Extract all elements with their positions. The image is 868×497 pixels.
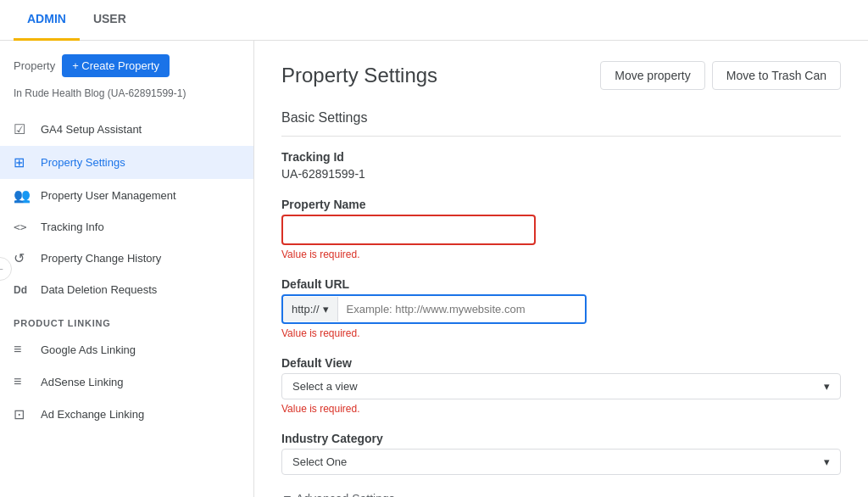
tracking-id-value: UA-62891599-1 — [281, 167, 841, 181]
top-navigation: ADMIN USER — [0, 0, 868, 41]
adsense-icon: ≡ — [14, 374, 31, 389]
industry-category-field: Industry Category Select One ▾ — [281, 432, 841, 475]
url-field-wrapper: http:// ▾ — [281, 294, 587, 324]
sidebar-item-tracking-info-label: Tracking Info — [41, 221, 104, 233]
select-one-dropdown[interactable]: Select One ▾ — [281, 449, 841, 475]
sidebar-item-change-history-label: Property Change History — [41, 252, 161, 265]
sidebar-item-adsense-label: AdSense Linking — [41, 376, 124, 388]
sidebar-item-user-management[interactable]: 👥 Property User Management — [0, 179, 253, 212]
property-name-label: Property Name — [281, 198, 841, 211]
url-protocol-value: http:// — [292, 303, 320, 316]
select-view-value: Select a view — [292, 380, 358, 393]
sidebar: ← Property + Create Property In Rude Hea… — [0, 41, 254, 497]
sidebar-property-header: Property + Create Property — [0, 54, 253, 87]
data-deletion-icon: Dd — [14, 284, 31, 296]
property-name-field: Property Name Value is required. — [281, 198, 841, 260]
move-to-trash-button[interactable]: Move to Trash Can — [712, 61, 841, 90]
select-one-value: Select One — [292, 455, 347, 468]
page-title: Property Settings — [281, 64, 437, 87]
default-url-input[interactable] — [338, 296, 585, 322]
default-url-field: Default URL http:// ▾ Value is required. — [281, 277, 841, 339]
default-url-error: Value is required. — [281, 327, 841, 339]
select-one-chevron-icon: ▾ — [824, 455, 830, 468]
tracking-info-icon: <> — [14, 221, 31, 233]
property-settings-icon: ⊞ — [14, 154, 31, 170]
sidebar-item-data-deletion[interactable]: Dd Data Deletion Requests — [0, 275, 253, 304]
default-view-label: Default View — [281, 356, 841, 370]
content-area: Property Settings Move property Move to … — [254, 41, 868, 497]
sidebar-item-adsense[interactable]: ≡ AdSense Linking — [0, 366, 253, 398]
change-history-icon: ↺ — [14, 250, 31, 266]
select-view-dropdown[interactable]: Select a view ▾ — [281, 373, 841, 399]
sidebar-item-change-history[interactable]: ↺ Property Change History — [0, 242, 253, 275]
sidebar-item-ga4[interactable]: ☑ GA4 Setup Assistant — [0, 113, 253, 146]
tracking-id-label: Tracking Id — [281, 150, 841, 164]
select-view-chevron-icon: ▾ — [824, 380, 830, 393]
sidebar-item-ad-exchange-label: Ad Exchange Linking — [41, 408, 144, 421]
sidebar-item-tracking-info[interactable]: <> Tracking Info — [0, 212, 253, 242]
default-url-label: Default URL — [281, 277, 841, 291]
account-label: In Rude Health Blog (UA-62891599-1) — [0, 87, 253, 113]
main-layout: ← Property + Create Property In Rude Hea… — [0, 41, 868, 497]
content-header: Property Settings Move property Move to … — [281, 61, 841, 90]
sidebar-item-google-ads-label: Google Ads Linking — [41, 343, 136, 356]
tab-user[interactable]: USER — [80, 0, 140, 41]
sidebar-item-property-settings[interactable]: ⊞ Property Settings — [0, 146, 253, 179]
property-name-error: Value is required. — [281, 248, 841, 260]
google-ads-icon: ≡ — [14, 342, 31, 357]
property-label: Property — [14, 59, 55, 72]
default-view-error: Value is required. — [281, 403, 841, 415]
url-protocol-chevron-icon: ▾ — [323, 303, 329, 316]
create-property-button[interactable]: + Create Property — [62, 54, 170, 77]
default-view-field: Default View Select a view ▾ Value is re… — [281, 356, 841, 415]
industry-category-label: Industry Category — [281, 432, 841, 445]
product-linking-section-label: PRODUCT LINKING — [0, 304, 253, 333]
property-name-input[interactable] — [281, 215, 536, 245]
sidebar-item-google-ads[interactable]: ≡ Google Ads Linking — [0, 333, 253, 366]
basic-settings-title: Basic Settings — [281, 110, 841, 137]
sidebar-item-ga4-label: GA4 Setup Assistant — [41, 123, 142, 136]
tab-admin[interactable]: ADMIN — [14, 0, 80, 41]
sidebar-item-ad-exchange[interactable]: ⊡ Ad Exchange Linking — [0, 398, 253, 431]
advanced-settings-label: ▼ Advanced Settings — [281, 492, 395, 497]
ga4-icon: ☑ — [14, 121, 31, 137]
tracking-id-field: Tracking Id UA-62891599-1 — [281, 150, 841, 181]
advanced-settings-toggle[interactable]: ▼ Advanced Settings — [281, 492, 841, 497]
sidebar-item-property-settings-label: Property Settings — [41, 156, 125, 169]
move-property-button[interactable]: Move property — [600, 61, 704, 90]
user-management-icon: 👥 — [14, 187, 31, 204]
ad-exchange-icon: ⊡ — [14, 406, 31, 422]
url-protocol-selector[interactable]: http:// ▾ — [283, 297, 338, 321]
header-actions: Move property Move to Trash Can — [600, 61, 841, 90]
sidebar-item-data-deletion-label: Data Deletion Requests — [41, 283, 157, 296]
sidebar-item-user-management-label: Property User Management — [41, 189, 176, 202]
